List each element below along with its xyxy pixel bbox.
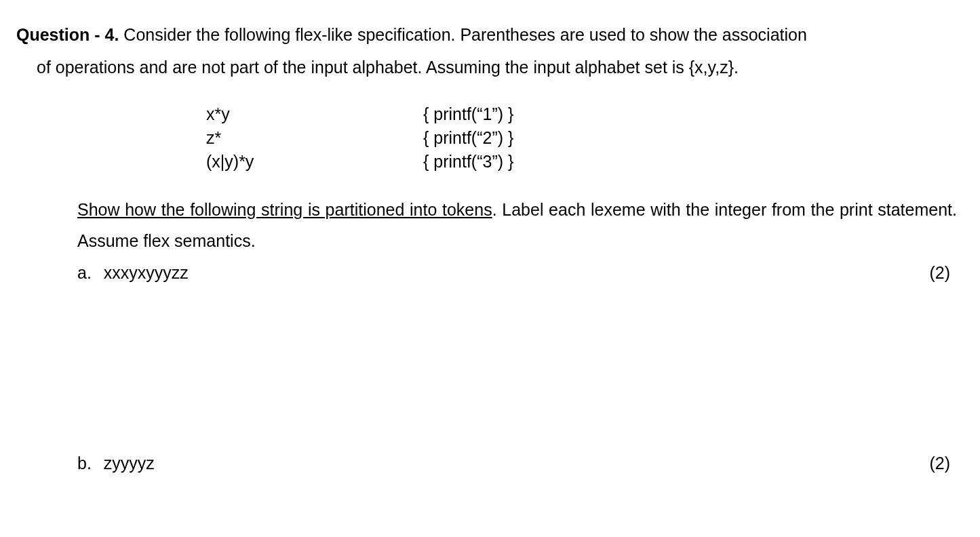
subpart-marks: (2) [929, 447, 950, 479]
spec-pattern: x*y [206, 102, 423, 126]
spec-row: x*y { printf(“1”) } [206, 102, 964, 126]
spec-row: z* { printf(“2”) } [206, 126, 964, 150]
flex-specification: x*y { printf(“1”) } z* { printf(“2”) } (… [206, 102, 964, 174]
spec-pattern: z* [206, 126, 423, 150]
spec-action: { printf(“1”) } [423, 102, 513, 126]
subpart-letter: b. [77, 447, 92, 479]
question-line2: of operations and are not part of the in… [16, 52, 964, 84]
question-line1: Consider the following flex-like specifi… [119, 25, 806, 44]
question-label: Question - 4. [16, 25, 119, 44]
task-block: Show how the following string is partiti… [16, 194, 964, 479]
spec-action: { printf(“2”) } [423, 126, 513, 150]
question-header: Question - 4. Consider the following fle… [16, 19, 964, 52]
subpart-marks: (2) [929, 257, 950, 288]
spec-pattern: (x|y)*y [206, 150, 423, 174]
subpart-string: zyyyyz [104, 447, 155, 479]
spec-row: (x|y)*y { printf(“3”) } [206, 150, 964, 174]
task-underlined: Show how the following string is partiti… [77, 200, 492, 219]
subpart-b: b. zyyyyz (2) [77, 447, 957, 479]
subpart-letter: a. [77, 257, 92, 288]
subpart-string: xxxyxyyyzz [104, 257, 189, 288]
spec-action: { printf(“3”) } [423, 150, 513, 174]
task-instruction: Show how the following string is partiti… [77, 194, 957, 257]
subpart-a: a. xxxyxyyyzz (2) [77, 257, 957, 288]
